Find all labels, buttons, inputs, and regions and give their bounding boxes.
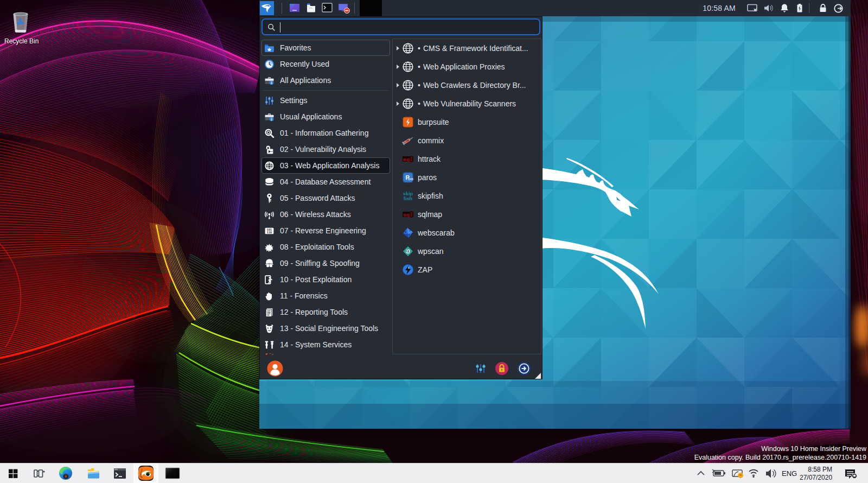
svg-text:oo: oo [408,176,413,181]
svg-text:110: 110 [267,231,272,234]
svg-text:fish: fish [404,196,413,201]
